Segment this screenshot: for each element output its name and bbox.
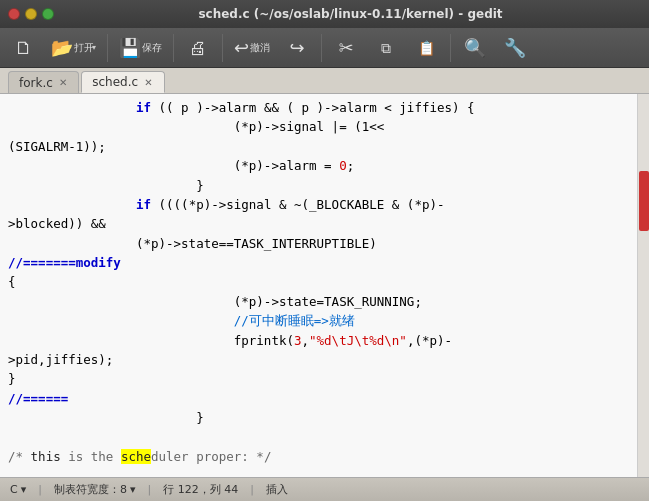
mode-label: 插入	[266, 482, 288, 497]
cut-button[interactable]: ✂	[328, 37, 364, 59]
maximize-button[interactable]	[42, 8, 54, 20]
toolbar: 🗋 📂 打开 ▾ 💾 保存 🖨 ↩ 撤消 ↪ ✂ ⧉ 📋 🔍 🔧	[0, 28, 649, 68]
tab-fork-label: fork.c	[19, 76, 53, 90]
tools-button[interactable]: 🔧	[497, 37, 533, 59]
tab-sched-label: sched.c	[92, 75, 138, 89]
tab-fork-close[interactable]: ✕	[58, 77, 68, 88]
titlebar: sched.c (~/os/oslab/linux-0.11/kernel) -…	[0, 0, 649, 28]
tabwidth-arrow: ▾	[130, 483, 136, 496]
toolbar-sep-4	[321, 34, 322, 62]
status-sep-2: |	[147, 483, 151, 496]
redo-button[interactable]: ↪	[279, 37, 315, 59]
status-mode: 插入	[266, 482, 288, 497]
new-button[interactable]: 🗋	[6, 37, 42, 59]
encoding-arrow: ▾	[21, 483, 27, 496]
tab-fork[interactable]: fork.c ✕	[8, 71, 79, 93]
undo-button[interactable]: ↩ 撤消	[229, 37, 275, 59]
toolbar-sep-1	[107, 34, 108, 62]
tabwidth-label: 制表符宽度：8	[54, 482, 127, 497]
tabbar: fork.c ✕ sched.c ✕	[0, 68, 649, 94]
undo-label: 撤消	[250, 41, 270, 55]
save-label: 保存	[142, 41, 162, 55]
position-label: 行 122，列 44	[163, 482, 238, 497]
status-encoding[interactable]: C ▾	[10, 483, 26, 496]
status-sep-1: |	[38, 483, 42, 496]
copy-button[interactable]: ⧉	[368, 39, 404, 57]
close-button[interactable]	[8, 8, 20, 20]
open-arrow: ▾	[92, 43, 96, 52]
tab-sched-close[interactable]: ✕	[143, 77, 153, 88]
copy-icon: ⧉	[381, 41, 391, 55]
redo-icon: ↪	[290, 39, 305, 57]
find-icon: 🔍	[464, 39, 486, 57]
open-label: 打开	[74, 41, 94, 55]
editor-content[interactable]: if (( p )->alarm && ( p )->alarm < jiffi…	[0, 94, 637, 477]
toolbar-sep-2	[173, 34, 174, 62]
editor-container: if (( p )->alarm && ( p )->alarm < jiffi…	[0, 94, 649, 477]
save-button[interactable]: 💾 保存	[114, 37, 167, 59]
status-sep-3: |	[250, 483, 254, 496]
open-button[interactable]: 📂 打开 ▾	[46, 37, 101, 59]
tab-sched[interactable]: sched.c ✕	[81, 71, 164, 93]
toolbar-sep-5	[450, 34, 451, 62]
save-icon: 💾	[119, 39, 141, 57]
status-tabwidth[interactable]: 制表符宽度：8 ▾	[54, 482, 136, 497]
toolbar-sep-3	[222, 34, 223, 62]
status-position: 行 122，列 44	[163, 482, 238, 497]
minimize-button[interactable]	[25, 8, 37, 20]
encoding-label: C	[10, 483, 18, 496]
statusbar: C ▾ | 制表符宽度：8 ▾ | 行 122，列 44 | 插入	[0, 477, 649, 501]
tools-icon: 🔧	[504, 39, 526, 57]
highlighted-scheduler: sche	[121, 449, 151, 464]
open-icon: 📂	[51, 39, 73, 57]
paste-icon: 📋	[418, 41, 435, 55]
cut-icon: ✂	[339, 39, 354, 57]
paste-button[interactable]: 📋	[408, 39, 444, 57]
new-icon: 🗋	[15, 39, 33, 57]
window-title: sched.c (~/os/oslab/linux-0.11/kernel) -…	[60, 7, 641, 21]
print-button[interactable]: 🖨	[180, 37, 216, 59]
comment-this: this	[31, 449, 61, 464]
print-icon: 🖨	[189, 39, 207, 57]
window-controls	[8, 8, 54, 20]
undo-icon: ↩	[234, 39, 249, 57]
find-button[interactable]: 🔍	[457, 37, 493, 59]
scrollbar-vertical[interactable]	[637, 94, 649, 477]
scrollbar-thumb[interactable]	[639, 171, 649, 231]
